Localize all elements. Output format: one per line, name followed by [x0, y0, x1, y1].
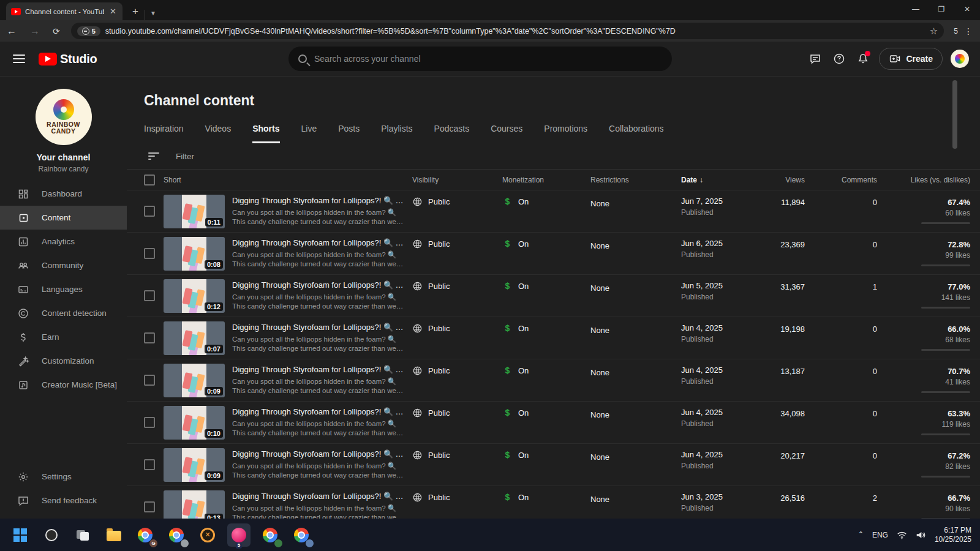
restrictions-value[interactable]: None	[590, 410, 609, 419]
menu-hamburger-icon[interactable]	[13, 54, 25, 63]
chrome-profile3-button[interactable]	[258, 523, 282, 547]
tab-posts[interactable]: Posts	[338, 124, 360, 143]
tab-courses[interactable]: Courses	[491, 124, 522, 143]
table-row[interactable]: 0:13 Digging Through Styrofoam for Lolli…	[127, 486, 980, 519]
monetization-value[interactable]: On	[518, 282, 529, 291]
tab-shorts[interactable]: Shorts	[252, 124, 279, 143]
sidebar-item-customization[interactable]: Customization	[0, 349, 127, 373]
file-explorer-button[interactable]	[102, 523, 126, 547]
browser-menu-icon[interactable]: ⋮	[962, 26, 980, 36]
short-title[interactable]: Digging Through Styrofoam for Lollipops?…	[232, 492, 405, 501]
back-button[interactable]: ←	[0, 26, 23, 37]
row-checkbox[interactable]	[144, 501, 155, 512]
sidebar-item-send-feedback[interactable]: Send feedback	[0, 489, 127, 512]
task-view-button[interactable]	[71, 523, 94, 547]
table-row[interactable]: 0:11 Digging Through Styrofoam for Lolli…	[127, 190, 980, 233]
filter-row[interactable]: Filter	[127, 143, 980, 170]
restrictions-value[interactable]: None	[590, 199, 609, 208]
account-avatar[interactable]	[951, 50, 969, 68]
x-app-button[interactable]: ✕	[196, 523, 219, 547]
url-input[interactable]	[105, 27, 925, 36]
restrictions-value[interactable]: None	[590, 452, 609, 462]
monetization-value[interactable]: On	[518, 197, 529, 206]
new-tab-button[interactable]: +	[129, 6, 142, 20]
tab-inspiration[interactable]: Inspiration	[144, 124, 184, 143]
notifications-bell-icon[interactable]	[855, 51, 871, 67]
monetization-value[interactable]: On	[518, 408, 529, 418]
browser-tab[interactable]: Channel content - YouTube Stu ✕	[6, 2, 123, 20]
chrome-profile4-button[interactable]	[290, 523, 313, 547]
bookmark-star-icon[interactable]: ☆	[930, 26, 938, 37]
window-restore-button[interactable]: ❐	[929, 0, 954, 18]
short-title[interactable]: Digging Through Styrofoam for Lollipops?…	[232, 449, 405, 459]
chrome-profile2-button[interactable]	[165, 523, 188, 547]
restrictions-value[interactable]: None	[590, 495, 609, 504]
short-title[interactable]: Digging Through Styrofoam for Lollipops?…	[232, 280, 405, 290]
header-likes[interactable]: Likes (vs. dislikes)	[911, 176, 970, 184]
row-checkbox[interactable]	[144, 459, 155, 470]
table-row[interactable]: 0:09 Digging Through Styrofoam for Lolli…	[127, 359, 980, 402]
sidebar-item-content-detection[interactable]: Content detection	[0, 301, 127, 325]
sidebar-item-earn[interactable]: Earn	[0, 325, 127, 349]
row-checkbox[interactable]	[144, 417, 155, 428]
header-visibility[interactable]: Visibility	[412, 176, 495, 184]
short-thumbnail[interactable]: 0:08	[164, 237, 225, 271]
monetization-value[interactable]: On	[518, 239, 529, 249]
monetization-value[interactable]: On	[518, 493, 529, 502]
active-browser-button[interactable]: 5	[227, 523, 251, 547]
sidebar-item-content[interactable]: Content	[0, 206, 127, 230]
channel-search-bar[interactable]	[288, 47, 672, 71]
monetization-value[interactable]: On	[518, 451, 529, 460]
address-bar[interactable]: 5 ☆	[71, 23, 944, 39]
monetization-value[interactable]: On	[518, 366, 529, 375]
tray-overflow-chevron-icon[interactable]: ⌃	[858, 530, 864, 538]
tab-search-chevron-icon[interactable]: ▼	[145, 10, 161, 20]
header-comments[interactable]: Comments	[842, 176, 877, 184]
tab-close-icon[interactable]: ✕	[108, 7, 118, 16]
tab-playlists[interactable]: Playlists	[381, 124, 412, 143]
profile-badge[interactable]: 5	[950, 27, 962, 36]
row-checkbox[interactable]	[144, 206, 155, 217]
restrictions-value[interactable]: None	[590, 241, 609, 250]
short-thumbnail[interactable]: 0:07	[164, 321, 225, 355]
sidebar-item-settings[interactable]: Settings	[0, 465, 127, 489]
window-minimize-button[interactable]: —	[903, 0, 929, 18]
table-row[interactable]: 0:09 Digging Through Styrofoam for Lolli…	[127, 444, 980, 486]
short-thumbnail[interactable]: 0:11	[164, 195, 225, 228]
tab-podcasts[interactable]: Podcasts	[434, 124, 470, 143]
tab-collaborations[interactable]: Collaborations	[609, 124, 664, 143]
row-checkbox[interactable]	[144, 248, 155, 259]
short-thumbnail[interactable]: 0:10	[164, 406, 225, 440]
short-title[interactable]: Digging Through Styrofoam for Lollipops?…	[232, 323, 405, 332]
header-monetization[interactable]: Monetization	[502, 176, 583, 184]
visibility-value[interactable]: Public	[428, 451, 450, 460]
sidebar-item-analytics[interactable]: Analytics	[0, 230, 127, 253]
row-checkbox[interactable]	[144, 332, 155, 343]
monetization-value[interactable]: On	[518, 324, 529, 333]
visibility-value[interactable]: Public	[428, 197, 450, 206]
search-input[interactable]	[314, 54, 662, 64]
reload-button[interactable]: ⟳	[47, 26, 66, 36]
header-date[interactable]: Date↓	[681, 176, 752, 184]
tab-promotions[interactable]: Promotions	[544, 124, 587, 143]
speaker-icon[interactable]	[916, 531, 926, 539]
feedback-comment-icon[interactable]	[807, 51, 823, 67]
site-permissions-chip[interactable]: 5	[77, 26, 100, 36]
table-row[interactable]: 0:10 Digging Through Styrofoam for Lolli…	[127, 402, 980, 444]
wifi-icon[interactable]	[897, 531, 907, 539]
start-button[interactable]	[9, 523, 32, 547]
header-short[interactable]: Short	[164, 176, 225, 184]
visibility-value[interactable]: Public	[428, 282, 450, 291]
table-row[interactable]: 0:08 Digging Through Styrofoam for Lolli…	[127, 233, 980, 275]
channel-avatar[interactable]: RAINBOWCANDY	[36, 89, 92, 145]
sidebar-item-community[interactable]: Community	[0, 253, 127, 277]
help-icon[interactable]	[831, 51, 847, 67]
taskbar-search-button[interactable]	[40, 523, 63, 547]
page-scrollbar[interactable]	[952, 80, 957, 149]
row-checkbox[interactable]	[144, 375, 155, 386]
studio-brand[interactable]: Studio	[60, 52, 97, 66]
header-restrictions[interactable]: Restrictions	[590, 176, 674, 184]
short-title[interactable]: Digging Through Styrofoam for Lollipops?…	[232, 365, 405, 374]
language-indicator[interactable]: ENG	[872, 531, 888, 539]
short-thumbnail[interactable]: 0:09	[164, 448, 225, 482]
